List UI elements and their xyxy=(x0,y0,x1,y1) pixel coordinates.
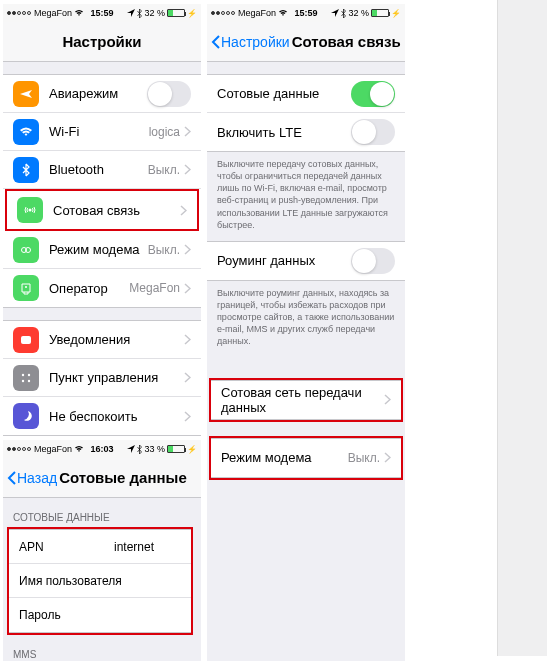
chevron-right-icon xyxy=(384,452,391,463)
row-value: logica xyxy=(149,125,180,139)
carrier-label: MegaFon xyxy=(238,8,276,18)
clock: 15:59 xyxy=(294,8,317,18)
status-bar: MegaFon 16:03 33 % ⚡ xyxy=(3,440,201,458)
bluetooth-icon xyxy=(341,9,346,18)
back-button[interactable]: Настройки xyxy=(207,34,290,50)
battery-icon xyxy=(167,9,185,17)
page-title: Сотовые данные xyxy=(59,469,187,486)
location-icon xyxy=(127,9,135,17)
chevron-right-icon xyxy=(184,411,191,422)
chevron-right-icon xyxy=(184,164,191,175)
nav-bar: Назад Сотовые данные xyxy=(3,458,201,498)
svg-point-5 xyxy=(22,373,24,375)
cellular-screen: MegaFon 15:59 32 % ⚡ Настройки Сотовая с… xyxy=(207,4,405,661)
highlight-hotspot: Режим модема Выкл. xyxy=(209,436,403,480)
wifi-icon xyxy=(74,9,84,17)
row-data-network[interactable]: Сотовая сеть передачи данных xyxy=(211,381,401,419)
cellular-data-screen: MegaFon 16:03 33 % ⚡ Назад Сотовые данны… xyxy=(3,440,201,661)
charging-icon: ⚡ xyxy=(187,445,197,454)
row-cellular-data[interactable]: Сотовые данные xyxy=(207,75,405,113)
battery-pct: 33 % xyxy=(144,444,165,454)
row-value: Выкл. xyxy=(148,163,180,177)
row-label: Сотовая связь xyxy=(53,203,180,218)
wifi-icon xyxy=(74,445,84,453)
svg-rect-4 xyxy=(21,336,31,344)
roaming-group: Роуминг данных xyxy=(207,241,405,281)
highlight-network: Сотовая сеть передачи данных xyxy=(209,378,403,422)
status-bar: MegaFon 15:59 32 % ⚡ xyxy=(3,4,201,22)
field-apn[interactable]: APNinternet xyxy=(9,530,191,564)
field-label: Имя пользователя xyxy=(19,574,122,588)
row-label: Режим модема xyxy=(49,242,148,257)
row-label: Оператор xyxy=(49,281,129,296)
description-text: Выключите роуминг данных, находясь за гр… xyxy=(207,281,405,358)
hotspot-group: Режим модема Выкл. xyxy=(211,438,401,478)
row-lte[interactable]: Включить LTE xyxy=(207,113,405,151)
battery-icon xyxy=(167,445,185,453)
description-text: Выключите передачу сотовых данных, чтобы… xyxy=(207,152,405,241)
network-group: Сотовая сеть передачи данных xyxy=(211,380,401,420)
field-password[interactable]: Пароль xyxy=(9,598,191,632)
roaming-toggle[interactable] xyxy=(351,248,395,274)
status-bar: MegaFon 15:59 32 % ⚡ xyxy=(207,4,405,22)
chevron-right-icon xyxy=(180,205,187,216)
page-title: Сотовая связь xyxy=(292,33,401,50)
svg-point-6 xyxy=(28,373,30,375)
row-label: Роуминг данных xyxy=(217,253,351,268)
row-value: MegaFon xyxy=(129,281,180,295)
row-bluetooth[interactable]: Bluetooth Выкл. xyxy=(3,151,201,189)
charging-icon: ⚡ xyxy=(187,9,197,18)
row-carrier[interactable]: Оператор MegaFon xyxy=(3,269,201,307)
settings-group-2: Уведомления Пункт управления Не беспокои… xyxy=(3,320,201,436)
battery-icon xyxy=(371,9,389,17)
notifications-icon xyxy=(13,327,39,353)
highlight-apn-group: APNinternet Имя пользователя Пароль xyxy=(7,527,193,635)
row-roaming[interactable]: Роуминг данных xyxy=(207,242,405,280)
section-header: СОТОВЫЕ ДАННЫЕ xyxy=(3,498,201,527)
dnd-icon xyxy=(13,403,39,429)
row-airplane[interactable]: Авиарежим xyxy=(3,75,201,113)
field-label: Пароль xyxy=(19,608,114,622)
settings-group-1: Авиарежим Wi-Fi logica Bluetooth Выкл. С… xyxy=(3,74,201,308)
field-label: APN xyxy=(19,540,114,554)
chevron-right-icon xyxy=(184,283,191,294)
page-title: Настройки xyxy=(62,33,141,50)
charging-icon: ⚡ xyxy=(391,9,401,18)
control-center-icon xyxy=(13,365,39,391)
row-notifications[interactable]: Уведомления xyxy=(3,321,201,359)
data-toggles-group: Сотовые данные Включить LTE xyxy=(207,74,405,152)
airplane-toggle[interactable] xyxy=(147,81,191,107)
row-label: Авиарежим xyxy=(49,86,147,101)
row-control-center[interactable]: Пункт управления xyxy=(3,359,201,397)
row-cellular[interactable]: Сотовая связь xyxy=(7,191,197,229)
lte-toggle[interactable] xyxy=(351,119,395,145)
row-hotspot[interactable]: Режим модема Выкл. xyxy=(3,231,201,269)
row-hotspot2[interactable]: Режим модема Выкл. xyxy=(211,439,401,477)
row-label: Bluetooth xyxy=(49,162,148,177)
row-label: Режим модема xyxy=(221,450,348,465)
carrier-label: MegaFon xyxy=(34,8,72,18)
back-button[interactable]: Назад xyxy=(3,470,57,486)
back-label: Настройки xyxy=(221,34,290,50)
row-value: Выкл. xyxy=(148,243,180,257)
carrier-label: MegaFon xyxy=(34,444,72,454)
chevron-right-icon xyxy=(184,334,191,345)
row-wifi[interactable]: Wi-Fi logica xyxy=(3,113,201,151)
section-header: MMS xyxy=(3,635,201,661)
location-icon xyxy=(331,9,339,17)
row-label: Wi-Fi xyxy=(49,124,149,139)
battery-pct: 32 % xyxy=(144,8,165,18)
airplane-icon xyxy=(13,81,39,107)
field-value: internet xyxy=(114,540,154,554)
row-dnd[interactable]: Не беспокоить xyxy=(3,397,201,435)
hotspot-icon xyxy=(13,237,39,263)
cellular-data-toggle[interactable] xyxy=(351,81,395,107)
svg-point-0 xyxy=(29,209,32,212)
row-value: Выкл. xyxy=(348,451,380,465)
clock: 16:03 xyxy=(90,444,113,454)
apn-group: APNinternet Имя пользователя Пароль xyxy=(9,529,191,633)
row-label: Пункт управления xyxy=(49,370,184,385)
row-label: Сотовая сеть передачи данных xyxy=(221,385,384,415)
field-username[interactable]: Имя пользователя xyxy=(9,564,191,598)
highlight-cellular: Сотовая связь xyxy=(5,189,199,231)
